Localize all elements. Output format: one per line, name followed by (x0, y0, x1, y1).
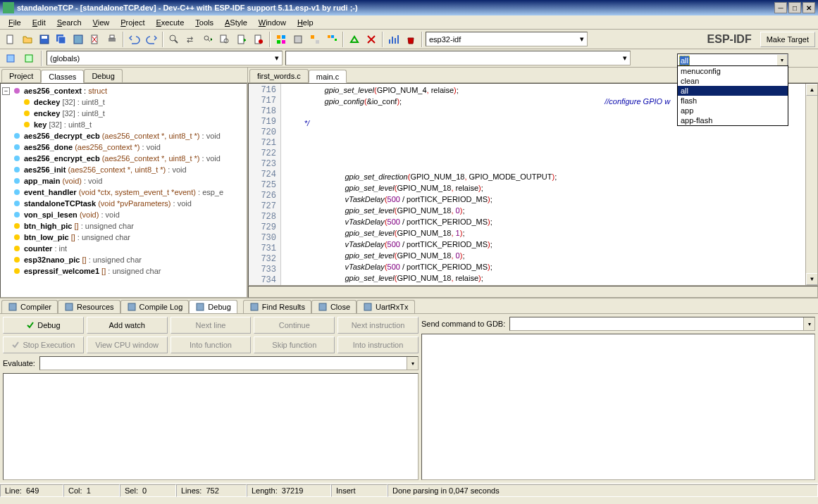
menu-tools[interactable]: Tools (190, 17, 219, 28)
evaluate-combo[interactable]: ▾ (39, 356, 419, 370)
save-all-icon[interactable] (54, 32, 69, 47)
tab-project[interactable]: Project (1, 69, 41, 82)
menu-edit[interactable]: Edit (27, 17, 51, 28)
menu-execute[interactable]: Execute (151, 17, 190, 28)
replace-icon[interactable]: ⇄ (183, 32, 199, 47)
compile-icon[interactable] (273, 32, 289, 47)
tree-item[interactable]: deckey [32] : uint8_t (2, 96, 245, 108)
compiler-target-combo[interactable]: esp32-idf ▾ (426, 32, 588, 46)
rebuild-icon[interactable] (324, 32, 340, 47)
scroll-up-icon[interactable]: ▲ (806, 84, 818, 96)
tab-debug[interactable]: Debug (84, 69, 122, 82)
target-option[interactable]: app-flash (678, 115, 788, 125)
svg-point-32 (24, 122, 30, 127)
tab-classes[interactable]: Classes (41, 70, 84, 83)
tree-item[interactable]: von_spi_lesen (void) : void (2, 209, 245, 220)
bottom-tab-compile-log[interactable]: Compile Log (120, 300, 190, 313)
tree-item[interactable]: app_main (void) : void (2, 175, 245, 187)
target-option[interactable]: app (678, 106, 788, 115)
redo-icon[interactable] (144, 32, 159, 47)
debug-btn-stop-execution: Stop Execution (3, 336, 84, 353)
tree-item[interactable]: standaloneTCPtask (void *pvParameters) :… (2, 198, 245, 209)
find-next-icon[interactable] (200, 32, 216, 47)
target-option[interactable]: all (678, 86, 788, 96)
editor-tab[interactable]: main.c (309, 70, 347, 83)
find-icon[interactable] (166, 32, 182, 47)
menu-help[interactable]: Help (292, 17, 319, 28)
debug-icon[interactable] (347, 32, 362, 47)
bottom-tab-compiler[interactable]: Compiler (1, 300, 58, 313)
bottom-tab-debug[interactable]: Debug (189, 300, 237, 313)
bottom-tab-uartrxtx[interactable]: UartRxTx (357, 300, 414, 313)
editor-hscrollbar[interactable] (248, 286, 818, 298)
svg-point-42 (14, 234, 20, 240)
tree-item[interactable]: espressif_welcome1 [] : unsigned char (2, 265, 245, 277)
save-icon[interactable] (37, 32, 52, 47)
run-icon[interactable] (290, 32, 306, 47)
editor-tab[interactable]: first_words.c (249, 69, 309, 82)
menu-file[interactable]: File (3, 17, 27, 28)
menu-search[interactable]: Search (51, 17, 87, 28)
undo-icon[interactable] (127, 32, 142, 47)
debug-btn-debug[interactable]: Debug (3, 317, 84, 334)
tree-item[interactable]: esp32nano_pic [] : unsigned char (2, 254, 245, 265)
menu-astyle[interactable]: AStyle (219, 17, 253, 28)
clean-icon[interactable] (403, 32, 419, 47)
close-button[interactable]: ✕ (802, 2, 815, 13)
compile-run-icon[interactable] (307, 32, 323, 47)
bottom-tab-resources[interactable]: Resources (58, 300, 120, 313)
maximize-button[interactable]: □ (788, 2, 801, 13)
close-file-icon[interactable] (87, 32, 103, 47)
tree-item[interactable]: btn_high_pic [] : unsigned char (2, 220, 245, 232)
print-icon[interactable] (104, 32, 120, 47)
debug-btn-view-cpu-window: View CPU window (87, 336, 168, 353)
debug-buttons-row1: DebugAdd watchNext lineContinueNext inst… (3, 317, 419, 334)
scroll-down-icon[interactable]: ▼ (806, 273, 818, 285)
globals-combo[interactable]: (globals) ▾ (47, 51, 283, 65)
tree-item[interactable]: aes256_init (aes256_context *, uint8_t *… (2, 164, 245, 175)
gdb-output[interactable] (421, 334, 815, 480)
evaluate-output[interactable] (3, 373, 419, 480)
tree-item[interactable]: enckey [32] : uint8_t (2, 108, 245, 119)
goto-line-icon[interactable] (234, 32, 249, 47)
tree-item[interactable]: aes256_decrypt_ecb (aes256_context *, ui… (2, 130, 245, 141)
tree-item[interactable]: aes256_encrypt_ecb (aes256_context *, ui… (2, 153, 245, 164)
stop-debug-icon[interactable] (364, 32, 379, 47)
save-as-icon[interactable] (70, 32, 86, 47)
tree-toggle-icon[interactable]: − (2, 87, 10, 95)
target-option[interactable]: flash (678, 96, 788, 106)
make-target-button[interactable]: Make Target (760, 32, 815, 47)
find-in-files-icon[interactable] (217, 32, 233, 47)
app-icon (3, 2, 14, 13)
target-option[interactable]: menuconfig (678, 66, 788, 76)
chevron-down-icon: ▾ (271, 53, 279, 63)
nav-fwd-icon[interactable] (21, 51, 37, 66)
profile-icon[interactable] (386, 32, 402, 47)
symbol-combo[interactable]: ▾ (285, 51, 631, 65)
debug-btn-continue: Continue (254, 317, 335, 334)
open-file-icon[interactable] (20, 32, 35, 47)
menu-window[interactable]: Window (253, 17, 292, 28)
target-dropdown-list[interactable]: menuconfigcleanallflashappapp-flash (677, 65, 788, 126)
gdb-combo[interactable]: ▾ (509, 317, 815, 331)
class-tree[interactable]: −aes256_context : structdeckey [32] : ui… (0, 83, 247, 298)
nav-back-icon[interactable] (3, 51, 18, 66)
debug-btn-add-watch[interactable]: Add watch (87, 317, 168, 334)
tree-item[interactable]: counter : int (2, 243, 245, 254)
minimize-button[interactable]: ─ (774, 2, 787, 13)
tree-item[interactable]: event_handler (void *ctx, system_event_t… (2, 187, 245, 198)
tree-item[interactable]: aes256_done (aes256_context *) : void (2, 141, 245, 153)
new-file-icon[interactable] (3, 32, 18, 47)
editor-vscrollbar[interactable]: ▲ ▼ (805, 84, 817, 285)
target-option[interactable]: clean (678, 76, 788, 86)
svg-point-29 (14, 88, 20, 94)
menu-project[interactable]: Project (115, 17, 150, 28)
tree-item[interactable]: key [32] : uint8_t (2, 119, 245, 130)
bottom-tab-close[interactable]: Close (311, 300, 357, 313)
tree-item[interactable]: btn_low_pic [] : unsigned char (2, 232, 245, 243)
chevron-down-icon[interactable]: ▾ (776, 54, 788, 66)
bottom-tab-find-results[interactable]: Find Results (243, 300, 311, 313)
tree-item[interactable]: −aes256_context : struct (2, 85, 245, 96)
bookmark-icon[interactable] (251, 32, 266, 47)
menu-view[interactable]: View (87, 17, 116, 28)
